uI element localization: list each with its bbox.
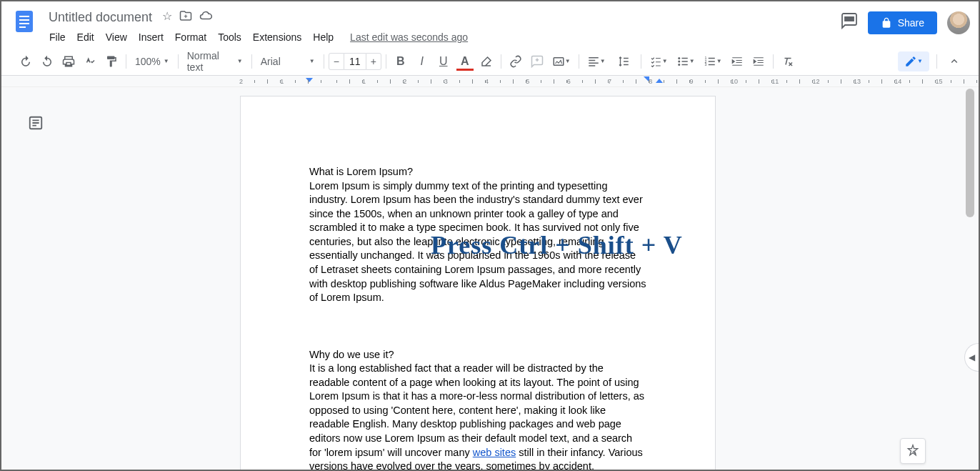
checklist-button[interactable]: ▼ [646, 51, 671, 71]
share-button[interactable]: Share [868, 11, 937, 34]
redo-button[interactable] [37, 51, 57, 71]
svg-rect-0 [16, 11, 33, 32]
font-size-input[interactable] [344, 53, 366, 70]
text-color-button[interactable]: A [455, 51, 475, 71]
menu-help[interactable]: Help [308, 29, 339, 46]
heading-2[interactable]: Why do we use it? [309, 348, 646, 362]
last-edit-link[interactable]: Last edit was seconds ago [350, 31, 468, 43]
style-select[interactable]: Normal text▼ [183, 47, 247, 76]
font-size-increase[interactable]: + [366, 53, 381, 70]
svg-rect-4 [19, 26, 26, 28]
clear-format-button[interactable] [778, 51, 798, 71]
left-indent-marker[interactable] [306, 78, 313, 82]
image-button[interactable]: ▼ [549, 51, 574, 71]
app-header: Untitled document ☆ File Edit View Inser… [1, 1, 979, 47]
comment-button[interactable] [527, 51, 547, 71]
document-content[interactable]: What is Lorem Ipsum? Lorem Ipsum is simp… [309, 165, 646, 471]
paragraph-2[interactable]: It is a long established fact that a rea… [309, 362, 646, 471]
web-sites-link[interactable]: web sites [473, 447, 516, 458]
menu-edit[interactable]: Edit [72, 29, 99, 46]
outline-button[interactable] [23, 110, 49, 136]
zoom-select[interactable]: 100%▼ [131, 53, 174, 70]
bold-button[interactable]: B [391, 51, 411, 71]
collapse-toolbar-button[interactable] [944, 51, 964, 71]
share-label: Share [898, 17, 924, 29]
svg-rect-1 [19, 16, 29, 17]
menu-bar: File Edit View Insert Format Tools Exten… [44, 27, 841, 47]
numbered-list-button[interactable]: 123▼ [700, 51, 726, 71]
paragraph-1[interactable]: Lorem Ipsum is simply dummy text of the … [309, 179, 646, 305]
vertical-scrollbar[interactable] [966, 89, 976, 467]
right-indent-marker[interactable] [656, 79, 663, 83]
link-button[interactable] [506, 51, 526, 71]
star-icon[interactable]: ☆ [162, 9, 172, 25]
spellcheck-button[interactable] [80, 51, 100, 71]
menu-tools[interactable]: Tools [213, 29, 246, 46]
comments-icon[interactable] [841, 12, 858, 34]
heading-1[interactable]: What is Lorem Ipsum? [309, 165, 646, 179]
menu-file[interactable]: File [44, 29, 71, 46]
explore-button[interactable] [900, 438, 926, 464]
font-select[interactable]: Arial▼ [256, 53, 319, 70]
editing-mode-button[interactable]: ▼ [898, 51, 929, 71]
user-avatar[interactable] [947, 11, 970, 34]
indent-increase-button[interactable] [749, 51, 769, 71]
indent-decrease-button[interactable] [727, 51, 747, 71]
menu-format[interactable]: Format [170, 29, 211, 46]
svg-text:3: 3 [704, 62, 706, 66]
svg-rect-7 [554, 57, 564, 65]
docs-logo[interactable] [10, 7, 39, 36]
font-size-control: − + [329, 53, 381, 70]
move-icon[interactable] [179, 9, 192, 25]
italic-button[interactable]: I [412, 51, 432, 71]
underline-button[interactable]: U [434, 51, 454, 71]
menu-insert[interactable]: Insert [134, 29, 169, 46]
svg-rect-2 [19, 19, 29, 21]
cloud-status-icon[interactable] [199, 9, 212, 25]
svg-rect-3 [19, 23, 29, 24]
ruler[interactable]: 21123456789101112131415 [1, 76, 979, 87]
paint-format-button[interactable] [101, 51, 121, 71]
menu-extensions[interactable]: Extensions [248, 29, 306, 46]
print-button[interactable] [59, 51, 79, 71]
scroll-thumb[interactable] [966, 89, 974, 217]
highlight-button[interactable] [476, 51, 496, 71]
title-area: Untitled document ☆ File Edit View Inser… [44, 7, 841, 47]
font-size-decrease[interactable]: − [329, 53, 344, 70]
undo-button[interactable] [16, 51, 36, 71]
svg-point-8 [678, 57, 680, 59]
svg-point-10 [678, 64, 680, 66]
line-spacing-button[interactable] [611, 51, 636, 71]
bullet-list-button[interactable]: ▼ [673, 51, 699, 71]
document-page[interactable]: What is Lorem Ipsum? Lorem Ipsum is simp… [240, 96, 716, 471]
workspace: What is Lorem Ipsum? Lorem Ipsum is simp… [1, 87, 979, 471]
align-button[interactable]: ▼ [584, 51, 609, 71]
menu-view[interactable]: View [101, 29, 132, 46]
document-title[interactable]: Untitled document [44, 9, 156, 26]
svg-point-9 [678, 60, 680, 62]
toolbar: 100%▼ Normal text▼ Arial▼ − + B I U A ▼ … [1, 47, 979, 76]
